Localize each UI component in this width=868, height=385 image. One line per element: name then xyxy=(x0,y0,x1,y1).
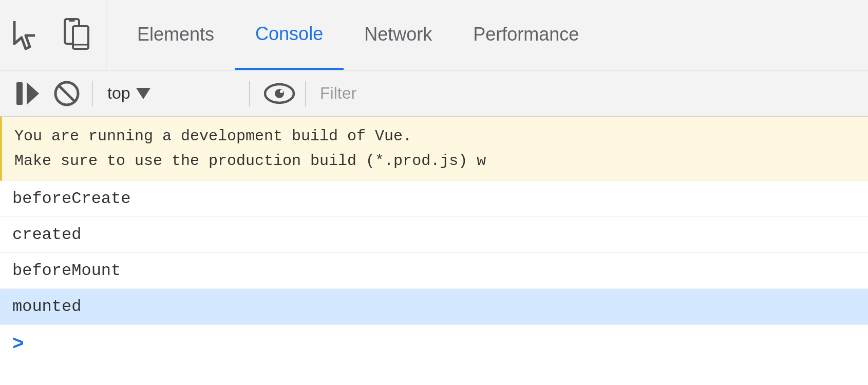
record-button[interactable] xyxy=(8,74,47,113)
tab-network[interactable]: Network xyxy=(344,0,452,70)
svg-rect-1 xyxy=(69,20,75,22)
vue-warning-message: You are running a development build of V… xyxy=(0,117,868,181)
svg-line-7 xyxy=(58,85,76,102)
context-value: top xyxy=(107,84,130,103)
console-prompt[interactable]: > xyxy=(0,325,868,363)
device-mode-icon xyxy=(61,17,91,53)
filter-label: Filter xyxy=(312,81,365,106)
svg-point-10 xyxy=(275,89,284,98)
toolbar-divider-1 xyxy=(92,81,93,106)
console-content: You are running a development build of V… xyxy=(0,117,868,385)
console-toolbar: top Filter xyxy=(0,70,868,117)
svg-point-11 xyxy=(280,90,283,93)
clear-icon xyxy=(51,78,82,109)
chevron-down-icon xyxy=(136,88,150,99)
svg-marker-5 xyxy=(27,82,39,105)
tab-console[interactable]: Console xyxy=(235,0,344,70)
context-selector[interactable]: top xyxy=(99,81,243,106)
log-text: created xyxy=(12,225,81,244)
device-mode-button[interactable] xyxy=(59,15,93,55)
inspect-icon xyxy=(10,17,46,53)
devtools-tabs-bar: Elements Console Network Performance xyxy=(0,0,868,70)
clear-console-button[interactable] xyxy=(47,74,86,113)
log-text: mounted xyxy=(12,297,81,316)
prompt-symbol: > xyxy=(12,333,24,355)
tab-performance[interactable]: Performance xyxy=(452,0,599,70)
eye-button[interactable] xyxy=(260,77,299,111)
list-item: beforeCreate xyxy=(0,181,868,217)
toolbar-icon-group xyxy=(8,0,106,70)
svg-marker-8 xyxy=(136,88,150,99)
tab-elements[interactable]: Elements xyxy=(117,0,235,70)
tabs-row: Elements Console Network Performance xyxy=(106,0,599,70)
list-item: created xyxy=(0,217,868,253)
record-icon xyxy=(12,78,43,109)
log-text: beforeCreate xyxy=(12,189,130,208)
svg-rect-4 xyxy=(16,82,23,105)
vue-warning-text: You are running a development build of V… xyxy=(14,127,486,170)
log-text: beforeMount xyxy=(12,261,121,280)
eye-icon xyxy=(264,81,295,106)
inspect-element-button[interactable] xyxy=(8,15,48,55)
list-item-highlighted: mounted xyxy=(0,289,868,325)
list-item: beforeMount xyxy=(0,253,868,289)
toolbar-divider-2 xyxy=(249,81,250,106)
toolbar-divider-3 xyxy=(305,81,306,106)
